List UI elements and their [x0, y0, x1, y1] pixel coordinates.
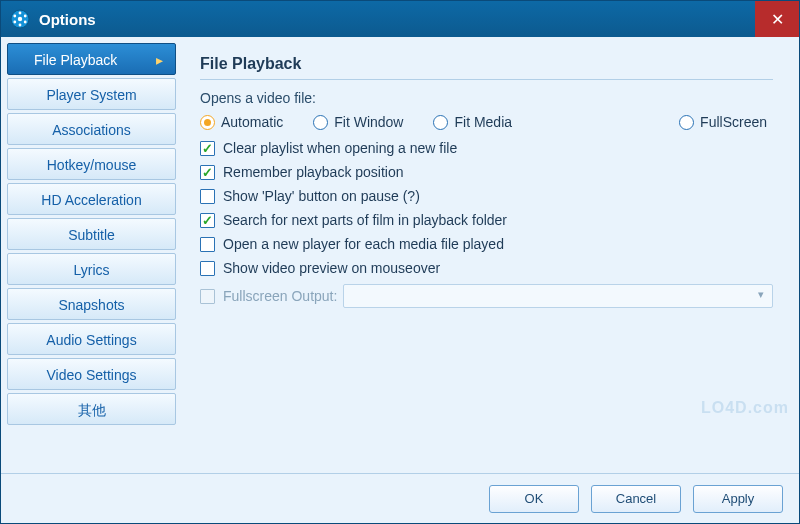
svg-point-2	[19, 12, 22, 15]
titlebar: Options ✕	[1, 1, 799, 37]
checkbox-icon	[200, 289, 215, 304]
sidebar-item-label: File Playback	[34, 52, 117, 68]
sidebar-item-label: HD Acceleration	[41, 192, 141, 208]
checkbox-label: Remember playback position	[223, 164, 404, 180]
sidebar-item-hotkey-mouse[interactable]: Hotkey/mouse	[7, 148, 176, 180]
checkbox-icon	[200, 189, 215, 204]
radio-icon	[433, 115, 448, 130]
fullscreen-output-row: Fullscreen Output:	[200, 284, 773, 308]
sidebar-item-associations[interactable]: Associations	[7, 113, 176, 145]
open-mode-radio-row: Automatic Fit Window Fit Media FullScree…	[200, 114, 773, 130]
radio-icon	[679, 115, 694, 130]
checkbox-label: Open a new player for each media file pl…	[223, 236, 504, 252]
sidebar-item-label: Associations	[52, 122, 131, 138]
window-body: File Playback Player System Associations…	[1, 37, 799, 473]
sidebar-item-player-system[interactable]: Player System	[7, 78, 176, 110]
radio-icon	[200, 115, 215, 130]
ok-button[interactable]: OK	[489, 485, 579, 513]
window-title: Options	[39, 11, 96, 28]
checkbox-icon	[200, 237, 215, 252]
check-preview-mouseover[interactable]: Show video preview on mouseover	[200, 260, 773, 276]
section-title: File Playback	[200, 55, 773, 80]
radio-fullscreen[interactable]: FullScreen	[679, 114, 767, 130]
radio-icon	[313, 115, 328, 130]
button-label: OK	[525, 491, 544, 506]
apply-button[interactable]: Apply	[693, 485, 783, 513]
close-icon: ✕	[771, 10, 784, 29]
sidebar-item-audio-settings[interactable]: Audio Settings	[7, 323, 176, 355]
checkbox-icon	[200, 165, 215, 180]
sidebar-item-subtitle[interactable]: Subtitle	[7, 218, 176, 250]
sidebar-item-label: Video Settings	[46, 367, 136, 383]
footer: OK Cancel Apply	[1, 473, 799, 523]
sidebar-item-lyrics[interactable]: Lyrics	[7, 253, 176, 285]
radio-fit-media[interactable]: Fit Media	[433, 114, 512, 130]
sidebar-item-label: 其他	[78, 402, 106, 418]
check-search-next-parts[interactable]: Search for next parts of film in playbac…	[200, 212, 773, 228]
fullscreen-output-dropdown	[343, 284, 773, 308]
sidebar-item-label: Player System	[46, 87, 136, 103]
sidebar-item-file-playback[interactable]: File Playback	[7, 43, 176, 75]
content-panel: File Playback Opens a video file: Automa…	[182, 37, 799, 473]
cancel-button[interactable]: Cancel	[591, 485, 681, 513]
fullscreen-output-label: Fullscreen Output:	[223, 288, 337, 304]
checkbox-label: Show 'Play' button on pause (?)	[223, 188, 420, 204]
sidebar: File Playback Player System Associations…	[1, 37, 182, 473]
app-icon	[9, 8, 31, 30]
svg-point-5	[19, 24, 22, 27]
radio-automatic[interactable]: Automatic	[200, 114, 283, 130]
sidebar-item-label: Hotkey/mouse	[47, 157, 136, 173]
checkbox-label: Search for next parts of film in playbac…	[223, 212, 507, 228]
svg-point-3	[24, 15, 27, 18]
checkbox-icon	[200, 261, 215, 276]
svg-point-4	[24, 21, 27, 24]
sidebar-item-other[interactable]: 其他	[7, 393, 176, 425]
sidebar-item-label: Snapshots	[58, 297, 124, 313]
svg-point-1	[18, 17, 22, 21]
button-label: Cancel	[616, 491, 656, 506]
checkbox-icon	[200, 213, 215, 228]
radio-label: Automatic	[221, 114, 283, 130]
sidebar-item-label: Lyrics	[73, 262, 109, 278]
checkbox-label: Show video preview on mouseover	[223, 260, 440, 276]
svg-point-6	[13, 21, 16, 24]
sidebar-item-label: Audio Settings	[46, 332, 136, 348]
options-window: Options ✕ File Playback Player System As…	[0, 0, 800, 524]
check-open-new-player[interactable]: Open a new player for each media file pl…	[200, 236, 773, 252]
radio-label: Fit Media	[454, 114, 512, 130]
close-button[interactable]: ✕	[755, 1, 799, 37]
sidebar-item-snapshots[interactable]: Snapshots	[7, 288, 176, 320]
radio-label: Fit Window	[334, 114, 403, 130]
svg-point-7	[13, 15, 16, 18]
checkbox-label: Clear playlist when opening a new file	[223, 140, 457, 156]
check-remember-position[interactable]: Remember playback position	[200, 164, 773, 180]
checkbox-icon	[200, 141, 215, 156]
watermark: LO4D.com	[701, 399, 789, 417]
radio-label: FullScreen	[700, 114, 767, 130]
sidebar-item-hd-acceleration[interactable]: HD Acceleration	[7, 183, 176, 215]
button-label: Apply	[722, 491, 755, 506]
opens-label: Opens a video file:	[200, 90, 773, 106]
check-clear-playlist[interactable]: Clear playlist when opening a new file	[200, 140, 773, 156]
check-show-play-button[interactable]: Show 'Play' button on pause (?)	[200, 188, 773, 204]
radio-fit-window[interactable]: Fit Window	[313, 114, 403, 130]
sidebar-item-video-settings[interactable]: Video Settings	[7, 358, 176, 390]
sidebar-item-label: Subtitle	[68, 227, 115, 243]
